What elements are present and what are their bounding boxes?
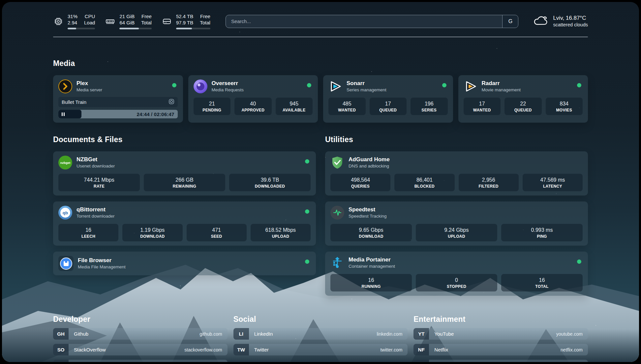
filebrowser-icon	[58, 256, 74, 271]
qbittorrent-card[interactable]: qb qBittorrent Torrent downloader 16 LEE…	[53, 201, 316, 246]
stat-tile: 16 TOTAL	[501, 274, 583, 291]
portainer-card[interactable]: Media Portainer Container management 16 …	[325, 252, 588, 296]
playback-time: 24:44 / 02:06:47	[137, 111, 174, 117]
adguard-icon	[330, 156, 344, 169]
stat-tile: 9.65 Gbps DOWNLOAD	[330, 224, 412, 241]
sonarr-card[interactable]: Sonarr Series management 485 WANTED 17 Q…	[323, 75, 453, 123]
speedtest-card[interactable]: Speedtest Speedtest Tracking 9.65 Gbps D…	[325, 201, 588, 246]
playback-elapsed	[58, 110, 81, 118]
weather-widget: Lviv, 16.87°C scattered clouds	[534, 15, 588, 28]
disk-progress-track	[176, 28, 210, 29]
speedtest-desc: Speedtest Tracking	[349, 213, 387, 219]
section-documents: Documents & Files nzbget NZBGet Usenet d…	[53, 135, 316, 275]
bookmark-linkedin[interactable]: LI LinkedIn linkedin.com	[233, 328, 408, 340]
plex-now-playing: Bullet Train	[58, 97, 178, 107]
nzbget-card[interactable]: nzbget NZBGet Usenet downloader 744.21 M…	[53, 151, 316, 196]
disk-free-label: Free	[200, 13, 210, 19]
stat-tile: 485 WANTED	[328, 98, 366, 115]
sonarr-title: Sonarr	[347, 80, 386, 87]
radarr-card[interactable]: Radarr Movie management 17 WANTED 22 QUE…	[458, 75, 588, 123]
section-media: Media Plex Media server	[53, 59, 588, 123]
stat-tile: 17 QUEUED	[370, 98, 407, 115]
developer-heading: Developer	[53, 315, 228, 324]
stat-tile: 834 MOVIES	[546, 98, 583, 115]
bookmark-reddit[interactable]: RE Reddit reddit.com	[413, 360, 588, 362]
bookmark-name: Github	[69, 328, 199, 340]
stat-tile: 1.19 Gbps DOWNLOAD	[122, 224, 182, 241]
bookmark-abbr: SO	[53, 344, 69, 355]
bookmark-url: twitter.com	[380, 344, 408, 355]
memory-stat: 21 GiB 64 GiB Free Total	[105, 13, 152, 29]
bookmark-dev[interactable]: DT DEV dev.to	[53, 360, 228, 362]
disk-icon	[162, 16, 172, 27]
bookmark-url: github.com	[199, 328, 227, 340]
weather-location-temp: Lviv, 16.87°C	[553, 15, 588, 22]
plex-desc: Media server	[76, 87, 102, 93]
bookmark-url: youtube.com	[556, 328, 588, 340]
stat-tile: 17 WANTED	[464, 98, 501, 115]
radarr-icon	[464, 79, 477, 93]
cpu-load-label: Load	[84, 19, 95, 26]
overseerr-desc: Media Requests	[212, 87, 244, 93]
search-input[interactable]	[226, 15, 503, 28]
memory-progress-fill	[119, 28, 139, 29]
pause-icon	[62, 112, 63, 116]
memory-free-value: 21 GiB	[119, 13, 135, 19]
overseerr-icon	[194, 79, 207, 93]
bookmark-url: linkedin.com	[377, 328, 408, 340]
documents-heading: Documents & Files	[53, 135, 316, 144]
cpu-icon	[53, 16, 64, 27]
stat-tile: 498,564 QUERIES	[330, 174, 390, 191]
bookmark-name: YouTube	[429, 328, 556, 340]
bookmark-netflix[interactable]: NF Netflix netflix.com	[413, 344, 588, 355]
search-bar: G	[226, 15, 519, 28]
section-developer: Developer GH Github github.com SO StackO…	[53, 315, 228, 362]
stat-tile: 9.24 Gbps UPLOAD	[416, 224, 497, 241]
overseerr-card[interactable]: Overseerr Media Requests 21 PENDING 40 A…	[188, 75, 318, 123]
playback-progress-bar[interactable]: 24:44 / 02:06:47	[58, 110, 178, 118]
portainer-desc: Container management	[349, 263, 395, 269]
stat-tile: 744.21 Mbps RATE	[58, 174, 140, 191]
bookmark-name: StackOverflow	[69, 344, 184, 355]
plex-title: Plex	[76, 80, 102, 87]
stat-tile: 0 STOPPED	[416, 274, 497, 291]
bookmark-name: Netflix	[429, 344, 561, 355]
stat-tile: 266 GB REMAINING	[144, 174, 225, 191]
section-utilities: Utilities	[325, 135, 588, 296]
adguard-desc: DNS and adblocking	[349, 163, 390, 169]
top-bar: 31% 2.94 CPU Load	[53, 2, 588, 29]
bookmark-abbr: TW	[233, 344, 249, 355]
search-engine-button[interactable]: G	[502, 15, 518, 28]
bookmark-url: stackoverflow.com	[184, 344, 227, 355]
stat-tile: 21 PENDING	[194, 98, 231, 115]
bookmark-stackoverflow[interactable]: SO StackOverflow stackoverflow.com	[53, 344, 228, 355]
disk-total-value: 97.9 TB	[176, 19, 193, 26]
bookmark-abbr: LI	[233, 328, 249, 340]
qbittorrent-icon: qb	[58, 206, 72, 220]
dashboard-screen: 31% 2.94 CPU Load	[2, 2, 639, 362]
memory-progress-track	[119, 28, 152, 29]
session-icon	[168, 99, 174, 106]
cpu-progress-track	[68, 28, 95, 29]
qbittorrent-desc: Torrent downloader	[76, 213, 115, 219]
bookmark-url: netflix.com	[561, 344, 588, 355]
bookmark-abbr: GH	[53, 328, 69, 340]
system-stats: 31% 2.94 CPU Load	[53, 13, 210, 29]
cpu-usage-value: 31%	[68, 13, 77, 19]
sonarr-desc: Series management	[347, 87, 386, 93]
bookmark-youtube[interactable]: YT YouTube youtube.com	[413, 328, 588, 340]
bookmark-twitter[interactable]: TW Twitter twitter.com	[233, 344, 408, 355]
adguard-card[interactable]: AdGuard Home DNS and adblocking 498,564 …	[325, 151, 588, 196]
memory-total-value: 64 GiB	[119, 19, 135, 26]
stat-tile: 47.569 ms LATENCY	[523, 174, 583, 191]
stat-tile: 0.993 ms PING	[501, 224, 583, 241]
plex-card[interactable]: Plex Media server Bullet Train	[53, 75, 183, 123]
snow-particles	[2, 2, 3, 3]
disk-free-value: 52.4 TB	[176, 13, 193, 19]
overseerr-title: Overseerr	[212, 80, 244, 87]
entertainment-heading: Entertainment	[413, 315, 588, 324]
filebrowser-card[interactable]: File Browser Media File Management	[53, 252, 316, 275]
nzbget-icon: nzbget	[58, 156, 72, 169]
bookmark-github[interactable]: GH Github github.com	[53, 328, 228, 340]
bookmark-abbr: NF	[413, 344, 429, 355]
